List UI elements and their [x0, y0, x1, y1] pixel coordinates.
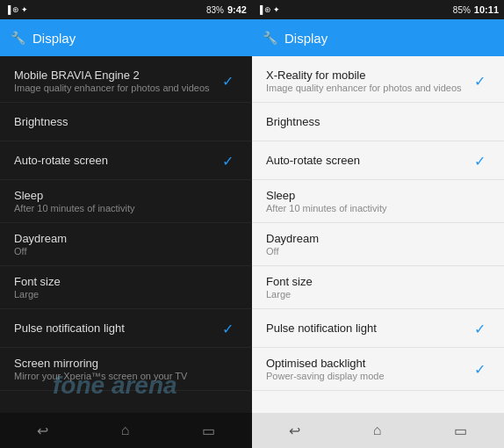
left-battery-pct: 83%: [206, 5, 224, 15]
right-battery-pct: 85%: [453, 5, 471, 15]
right-check-pulse: ✓: [474, 321, 490, 336]
left-item-fontsize-title: Font size: [14, 275, 238, 288]
left-status-icons: ▐ ⊛ ✦: [5, 5, 28, 14]
left-item-pulse[interactable]: Pulse notification light ✓: [0, 309, 252, 348]
left-check-autorotate: ✓: [222, 153, 238, 169]
left-item-screenmirror-sub: Mirror your Xperia™s screen on your TV: [14, 371, 238, 381]
right-check-optimised: ✓: [474, 361, 490, 377]
right-nav-back[interactable]: ↩: [289, 423, 300, 439]
right-nav-recents[interactable]: ▭: [454, 423, 467, 439]
right-settings-list: X-Reality for mobile Image quality enhan…: [252, 56, 504, 413]
right-wifi-icon: ⊛: [264, 5, 271, 14]
right-panel: ▐ ⊛ ✦ 85% 10:11 🔧 Display X-Reality for …: [252, 0, 504, 448]
right-item-daydream-title: Daydream: [266, 232, 490, 245]
right-item-brightness[interactable]: Brightness: [252, 103, 504, 141]
right-item-optimised-sub: Power-saving display mode: [266, 371, 474, 381]
left-status-bar: ▐ ⊛ ✦ 83% 9:42: [0, 0, 252, 19]
left-header: 🔧 Display: [0, 19, 252, 56]
right-item-pulse-title: Pulse notification light: [266, 322, 474, 335]
right-item-brightness-title: Brightness: [266, 115, 490, 128]
left-panel: ▐ ⊛ ✦ 83% 9:42 🔧 Display Mobile BRAVIA E…: [0, 0, 252, 448]
right-header-title: Display: [284, 31, 328, 46]
right-header-icon: 🔧: [263, 31, 277, 45]
left-item-autorotate[interactable]: Auto-rotate screen ✓: [0, 141, 252, 180]
right-item-fontsize-sub: Large: [266, 289, 490, 300]
left-header-icon: 🔧: [11, 31, 25, 45]
right-item-sleep-sub: After 10 minutes of inactivity: [266, 203, 490, 213]
right-item-fontsize[interactable]: Font size Large: [252, 266, 504, 309]
right-item-daydream[interactable]: Daydream Off: [252, 223, 504, 266]
left-item-fontsize-sub: Large: [14, 289, 238, 300]
left-nav-bar: ↩ ⌂ ▭: [0, 413, 252, 448]
left-item-autorotate-title: Auto-rotate screen: [14, 154, 222, 167]
left-item-daydream[interactable]: Daydream Off: [0, 223, 252, 266]
right-item-xreality-sub: Image quality enhancer for photos and vi…: [266, 83, 474, 93]
left-item-pulse-title: Pulse notification light: [14, 322, 222, 335]
left-item-brightness[interactable]: Brightness: [0, 103, 252, 141]
left-status-right: 83% 9:42: [206, 4, 247, 15]
signal-icon: ▐: [5, 5, 11, 14]
right-item-optimised-title: Optimised backlight: [266, 357, 474, 370]
right-nav-home[interactable]: ⌂: [373, 423, 382, 438]
right-status-bar: ▐ ⊛ ✦ 85% 10:11: [252, 0, 504, 19]
left-item-bravia[interactable]: Mobile BRAVIA Engine 2 Image quality enh…: [0, 60, 252, 103]
left-header-title: Display: [32, 31, 76, 46]
left-item-daydream-title: Daydream: [14, 232, 238, 245]
left-item-daydream-sub: Off: [14, 246, 238, 257]
left-settings-list: Mobile BRAVIA Engine 2 Image quality enh…: [0, 56, 252, 413]
right-header: 🔧 Display: [252, 19, 504, 56]
left-item-bravia-title: Mobile BRAVIA Engine 2: [14, 69, 222, 82]
right-item-xreality[interactable]: X-Reality for mobile Image quality enhan…: [252, 60, 504, 103]
left-nav-back[interactable]: ↩: [37, 423, 48, 439]
left-item-sleep-title: Sleep: [14, 189, 238, 202]
right-check-autorotate: ✓: [474, 153, 490, 169]
left-nav-home[interactable]: ⌂: [121, 423, 130, 438]
left-item-brightness-title: Brightness: [14, 115, 238, 128]
right-status-icons: ▐ ⊛ ✦: [257, 5, 280, 14]
left-item-fontsize[interactable]: Font size Large: [0, 266, 252, 309]
bt-icon: ✦: [21, 5, 28, 14]
left-time: 9:42: [227, 4, 247, 15]
left-check-pulse: ✓: [222, 321, 238, 336]
right-check-xreality: ✓: [474, 73, 490, 89]
left-nav-recents[interactable]: ▭: [202, 423, 215, 439]
right-item-xreality-title: X-Reality for mobile: [266, 69, 474, 82]
right-time: 10:11: [474, 4, 499, 15]
left-item-bravia-sub: Image quality enhancer for photos and vi…: [14, 83, 222, 93]
right-item-autorotate[interactable]: Auto-rotate screen ✓: [252, 141, 504, 180]
right-bt-icon: ✦: [273, 5, 280, 14]
left-check-bravia: ✓: [222, 73, 238, 89]
right-item-autorotate-title: Auto-rotate screen: [266, 154, 474, 167]
right-nav-bar: ↩ ⌂ ▭: [252, 413, 504, 448]
right-item-fontsize-title: Font size: [266, 275, 490, 288]
right-signal-icon: ▐: [257, 5, 263, 14]
right-item-sleep-title: Sleep: [266, 189, 490, 202]
wifi-icon: ⊛: [12, 5, 19, 14]
right-item-daydream-sub: Off: [266, 246, 490, 257]
right-item-optimised[interactable]: Optimised backlight Power-saving display…: [252, 348, 504, 391]
right-item-sleep[interactable]: Sleep After 10 minutes of inactivity: [252, 180, 504, 223]
left-item-sleep-sub: After 10 minutes of inactivity: [14, 203, 238, 213]
left-item-screenmirror-title: Screen mirroring: [14, 357, 238, 370]
right-status-right: 85% 10:11: [453, 4, 499, 15]
left-item-sleep[interactable]: Sleep After 10 minutes of inactivity: [0, 180, 252, 223]
right-item-pulse[interactable]: Pulse notification light ✓: [252, 309, 504, 348]
left-item-screenmirror[interactable]: Screen mirroring Mirror your Xperia™s sc…: [0, 348, 252, 391]
